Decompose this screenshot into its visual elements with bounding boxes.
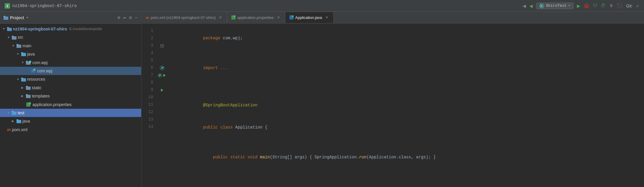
code-line-6: @SpringBootApplication	[173, 94, 644, 117]
sidebar-dropdown-arrow[interactable]: ▼	[26, 16, 29, 19]
root-path: E:\codeDevelop\ide	[70, 26, 102, 32]
code-line-1: package com.wpj;	[173, 27, 644, 50]
line-number-gutter: 1 2 3 4 5 6 7 8 9 10 11 12 13 14	[141, 24, 156, 187]
tree-item-pom[interactable]: m pom.xml	[0, 126, 141, 134]
tree-item-resources[interactable]: resources	[0, 75, 141, 83]
code-text-9: public static void main(String[] args) {…	[173, 146, 644, 169]
package-label: com.wpj	[32, 59, 47, 66]
tree-item-test[interactable]: test	[0, 109, 141, 117]
svg-point-33	[234, 15, 235, 17]
resources-folder-icon	[21, 77, 26, 82]
collapse-icon-3[interactable]	[160, 44, 164, 48]
run-button[interactable]: ▶	[577, 3, 580, 9]
line-num-3: 3	[141, 42, 153, 49]
code-editor: 1 2 3 4 5 6 7 8 9 10 11 12 13 14	[141, 24, 644, 187]
tab-application[interactable]: Application.java ✕	[285, 12, 334, 23]
main-area: Project ▼ ⊕ ⇌ ⚙ — nz1904-springboot-07-s…	[0, 12, 644, 187]
svg-rect-10	[17, 44, 18, 45]
tree-item-templates[interactable]: templates	[0, 92, 141, 100]
test-folder-icon	[12, 111, 17, 115]
test-label: test	[18, 110, 24, 116]
app-properties-label: application.properties	[32, 101, 72, 108]
application-tab-close[interactable]: ✕	[325, 15, 329, 20]
svg-marker-40	[163, 74, 166, 77]
application-tab-icon	[289, 15, 294, 19]
line-num-14: 14	[141, 123, 153, 131]
run-gutter-icon-7[interactable]	[162, 73, 167, 77]
svg-rect-23	[26, 86, 28, 87]
tree-item-app-properties[interactable]: application.properties	[0, 100, 141, 109]
tab-bar: m pom.xml (nz1904-springboot-07-shiro) ✕…	[141, 12, 644, 24]
collapse-all-icon[interactable]: ⇌	[123, 15, 126, 21]
run-gutter-icon-9[interactable]	[160, 88, 164, 92]
svg-rect-14	[26, 61, 28, 62]
svg-rect-12	[21, 52, 23, 53]
back-icon[interactable]: ◀	[523, 3, 526, 9]
tree-item-root[interactable]: nz1904-springboot-07-shiro E:\codeDevelo…	[0, 25, 141, 33]
tree-item-java[interactable]: java	[0, 50, 141, 58]
java-test-label: java	[22, 118, 30, 124]
debug-button[interactable]: 🐞	[584, 3, 589, 9]
main-folder-icon	[17, 44, 21, 48]
gutter-10	[156, 94, 169, 101]
tab-properties[interactable]: application.properties ✕	[227, 12, 285, 23]
line-num-5: 5	[141, 57, 153, 64]
gutter-6	[156, 64, 169, 71]
svg-rect-30	[17, 120, 21, 123]
sidebar-tree: nz1904-springboot-07-shiro E:\codeDevelo…	[0, 24, 141, 187]
tree-arrow-src	[7, 35, 12, 40]
sidebar-title-label: Project	[10, 15, 24, 20]
code-line-3: import ...	[173, 57, 644, 79]
gutter-11	[156, 101, 169, 108]
resources-label: resources	[27, 76, 45, 82]
line-num-12: 12	[141, 108, 153, 116]
gutter-2	[156, 35, 169, 42]
run-config-arrow: ▼	[569, 4, 570, 7]
svg-text:I: I	[6, 4, 9, 8]
settings-icon[interactable]: ⚙	[129, 15, 132, 21]
code-text-7: public class Application {	[173, 116, 644, 139]
git-update-icon[interactable]: ✓	[636, 3, 639, 9]
tab-pom[interactable]: m pom.xml (nz1904-springboot-07-shiro) ✕	[141, 12, 227, 23]
svg-rect-31	[17, 119, 18, 120]
tree-item-src[interactable]: src	[0, 33, 141, 41]
code-line-10	[173, 169, 644, 176]
pause-button[interactable]: ⏸	[609, 3, 613, 9]
svg-rect-9	[17, 45, 21, 48]
svg-rect-3	[4, 17, 8, 20]
tree-item-static[interactable]: static	[0, 84, 141, 92]
svg-rect-22	[26, 87, 31, 90]
static-label: static	[32, 84, 42, 91]
minimize-icon[interactable]: —	[135, 15, 138, 20]
code-text-3: import ...	[173, 57, 644, 79]
tree-arrow-resources	[17, 77, 21, 82]
editor-area: m pom.xml (nz1904-springboot-07-shiro) ✕…	[141, 12, 644, 187]
tree-item-java-test[interactable]: java	[0, 117, 141, 125]
forward-icon[interactable]: ◀	[529, 3, 533, 9]
svg-rect-20	[21, 78, 26, 82]
tree-item-main[interactable]: main	[0, 42, 141, 50]
project-folder-icon	[4, 16, 8, 20]
tree-arrow-test	[7, 110, 12, 115]
tree-arrow-package	[21, 60, 26, 65]
tree-item-application[interactable]: J com.wpj	[0, 67, 141, 75]
locate-icon[interactable]: ⊕	[117, 15, 120, 21]
templates-folder-icon	[26, 94, 31, 98]
tree-item-package[interactable]: p com.wpj	[0, 58, 141, 67]
run-config-dropdown[interactable]: ShiroTest ▼	[536, 3, 573, 9]
pom-tab-close[interactable]: ✕	[218, 15, 223, 20]
java-label: java	[27, 51, 35, 57]
properties-tab-close[interactable]: ✕	[276, 15, 281, 20]
pom-tab-label: pom.xml (nz1904-springboot-07-shiro)	[151, 15, 216, 20]
code-content[interactable]: package com.wpj; import ...	[169, 24, 644, 187]
code-line-2	[173, 50, 644, 57]
java-folder-icon	[21, 52, 26, 56]
coverage-button[interactable]: 🛡	[593, 3, 597, 9]
stop-button[interactable]: ⬛	[617, 3, 622, 9]
tree-arrow-java	[17, 52, 21, 56]
src-label: src	[18, 34, 23, 40]
profile-button[interactable]: ⏱	[601, 3, 605, 9]
svg-rect-21	[21, 78, 23, 79]
line-num-6: 6	[141, 64, 153, 71]
title-bar: I nz1904-springboot-07-shiro ◀ ◀ ShiroTe…	[0, 0, 644, 12]
